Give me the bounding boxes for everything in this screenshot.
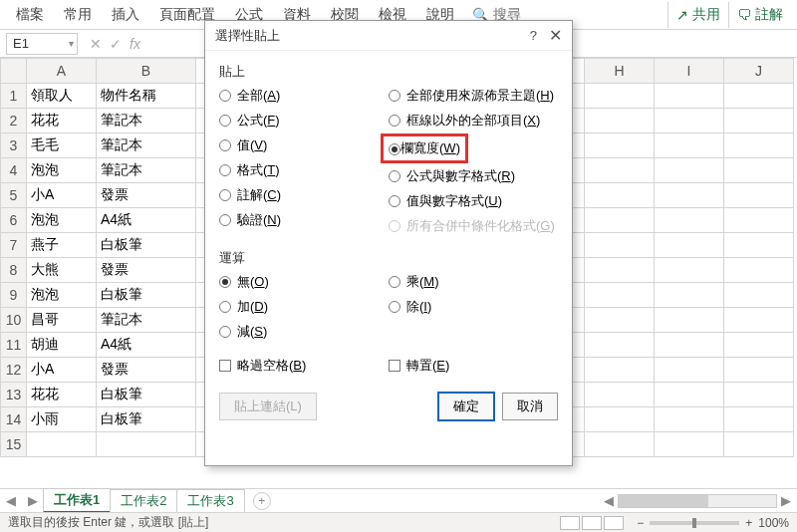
cell[interactable] [655,208,724,233]
cell[interactable] [724,258,794,283]
zoom-value[interactable]: 100% [758,516,789,530]
sheet-nav-prev-icon[interactable]: ◀ [0,493,22,508]
cell[interactable]: 白板筆 [97,283,196,308]
cell[interactable] [655,158,724,183]
add-sheet-button[interactable]: + [253,492,271,510]
cell[interactable]: 花花 [27,109,97,133]
scroll-left-icon[interactable]: ◀ [604,493,614,508]
sheet-nav-next-icon[interactable]: ▶ [22,493,44,508]
cell[interactable] [655,233,724,258]
cell[interactable]: 發票 [97,358,196,383]
cell[interactable] [655,183,724,208]
cell[interactable]: 領取人 [27,84,97,109]
comment-button[interactable]: 🗨 註解 [728,2,791,28]
cell[interactable] [724,158,794,183]
cell[interactable] [585,158,655,183]
row-header[interactable]: 12 [1,358,27,383]
scroll-right-icon[interactable]: ▶ [781,493,791,508]
cell[interactable]: 白板筆 [97,233,196,258]
row-header[interactable]: 1 [1,84,27,109]
cell[interactable] [585,133,655,158]
row-header[interactable]: 5 [1,183,27,208]
row-header[interactable]: 3 [1,133,27,158]
row-header[interactable]: 7 [1,233,27,258]
sheet-tab[interactable]: 工作表2 [110,489,177,512]
cell[interactable] [585,84,655,109]
op-radio[interactable]: 乘(M) [389,273,558,291]
cell[interactable] [724,208,794,233]
cell[interactable]: 筆記本 [97,109,196,133]
cell[interactable]: 白板筆 [97,383,196,407]
cell[interactable] [655,283,724,308]
cancel-button[interactable]: 取消 [502,393,558,420]
ribbon-tab[interactable]: 插入 [102,2,149,28]
cell[interactable] [724,407,794,432]
cell[interactable]: 昌哥 [27,308,97,333]
zoom-slider[interactable] [650,521,739,525]
horizontal-scrollbar[interactable] [618,494,777,508]
share-button[interactable]: ↗ 共用 [667,2,728,28]
paste-radio[interactable]: 公式(F) [219,112,389,130]
row-header[interactable]: 11 [1,333,27,358]
cell[interactable] [97,432,196,457]
cell[interactable] [655,258,724,283]
scrollbar-thumb[interactable] [619,495,708,507]
cell[interactable] [585,358,655,383]
cell[interactable] [724,333,794,358]
sheet-tab[interactable]: 工作表1 [43,488,111,513]
col-header[interactable]: H [585,59,655,84]
paste-radio[interactable]: 全部(A) [219,87,389,105]
cell[interactable] [585,283,655,308]
cell[interactable]: 發票 [97,183,196,208]
cell[interactable] [724,383,794,407]
paste-radio[interactable]: 框線以外的全部項目(X) [389,112,558,130]
col-header[interactable]: J [724,59,794,84]
cell[interactable] [655,133,724,158]
select-all-corner[interactable] [1,59,27,84]
close-icon[interactable]: ✕ [549,26,562,45]
view-page-break-icon[interactable] [604,516,624,530]
cell[interactable] [585,432,655,457]
row-header[interactable]: 9 [1,283,27,308]
paste-radio[interactable]: 欄寬度(W) [389,136,558,160]
cell[interactable] [655,109,724,133]
dialog-titlebar[interactable]: 選擇性貼上 ? ✕ [205,21,572,51]
row-header[interactable]: 6 [1,208,27,233]
paste-radio[interactable]: 值(V) [219,136,389,154]
cell[interactable]: 泡泡 [27,158,97,183]
cell[interactable] [724,308,794,333]
row-header[interactable]: 4 [1,158,27,183]
zoom-in-icon[interactable]: + [745,516,752,530]
ribbon-tab[interactable]: 檔案 [6,2,54,28]
cell[interactable]: A4紙 [97,333,196,358]
cell[interactable]: 花花 [27,383,97,407]
cell[interactable]: 大熊 [27,258,97,283]
cell[interactable]: 燕子 [27,233,97,258]
cell[interactable] [655,358,724,383]
cell[interactable] [585,233,655,258]
cell[interactable]: 發票 [97,258,196,283]
cell[interactable] [655,383,724,407]
zoom-out-icon[interactable]: − [637,516,644,530]
cell[interactable]: 毛毛 [27,133,97,158]
cell[interactable] [724,133,794,158]
ribbon-tab[interactable]: 常用 [54,2,102,28]
paste-radio[interactable]: 驗證(N) [219,211,389,229]
cell[interactable]: 筆記本 [97,158,196,183]
row-header[interactable]: 2 [1,109,27,133]
cell[interactable] [724,283,794,308]
check-icon[interactable]: ✓ [110,36,122,52]
cell[interactable]: 泡泡 [27,283,97,308]
cancel-icon[interactable]: ✕ [90,36,102,52]
cell[interactable] [585,109,655,133]
col-header[interactable]: I [655,59,724,84]
cell[interactable]: 小A [27,358,97,383]
help-icon[interactable]: ? [530,28,537,43]
transpose-checkbox[interactable]: 轉置(E) [389,357,558,375]
paste-radio[interactable]: 值與數字格式(U) [389,192,558,210]
cell[interactable]: 小雨 [27,407,97,432]
cell[interactable] [655,308,724,333]
col-header[interactable]: A [27,59,97,84]
cell[interactable] [585,333,655,358]
cell[interactable] [27,432,97,457]
